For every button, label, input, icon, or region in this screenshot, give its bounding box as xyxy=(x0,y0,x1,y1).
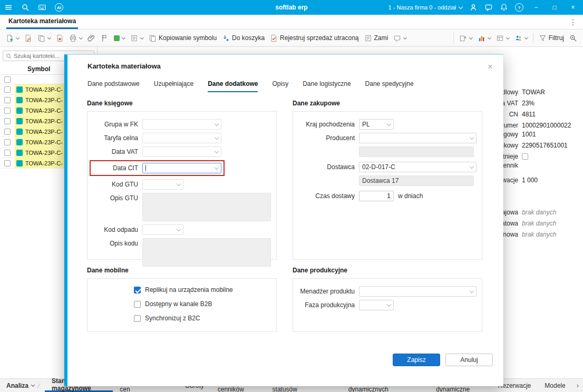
save-button[interactable]: Zapisz xyxy=(393,354,440,366)
close-window-button[interactable]: × xyxy=(567,4,579,11)
producent-dropdown[interactable] xyxy=(359,133,477,143)
chat-icon[interactable] xyxy=(484,3,493,12)
synchronizuj-b2c-checkbox[interactable] xyxy=(134,315,141,322)
hamburger-menu-icon[interactable] xyxy=(4,3,13,12)
faza-produkcyjna-dropdown[interactable] xyxy=(359,300,394,310)
zoom-search-button[interactable] xyxy=(567,32,580,44)
detail-checkbox[interactable] xyxy=(522,153,528,160)
delete-icon xyxy=(56,34,64,42)
color-marker-button[interactable] xyxy=(111,33,128,43)
row-checkbox[interactable] xyxy=(4,107,11,114)
dialog-close-icon[interactable]: × xyxy=(484,62,496,72)
tabbar-menu-dots-icon[interactable]: ⋮ xyxy=(563,18,583,26)
item-type-icon xyxy=(16,139,23,145)
keyboard-icon[interactable] xyxy=(38,3,46,12)
minimize-button[interactable]: − xyxy=(530,4,542,11)
data-cit-highlight-box: Data CIT xyxy=(90,160,225,176)
do-koszyka-button[interactable]: Do koszyka xyxy=(219,32,267,44)
tab-uzupelniajace[interactable]: Uzupełniające xyxy=(154,80,193,92)
row-checkbox[interactable] xyxy=(4,160,11,166)
data-vat-label: Data VAT xyxy=(93,148,138,155)
tab-dane-logistyczne[interactable]: Dane logistyczne xyxy=(303,80,351,92)
row-checkbox[interactable] xyxy=(4,97,11,103)
rejestruj-sprzedaz-button[interactable]: Rejestruj sprzedaż utraconą xyxy=(267,32,361,44)
export-button[interactable] xyxy=(456,32,475,44)
opis-gtu-textarea xyxy=(142,193,271,221)
zamienniki-button[interactable]: Zami xyxy=(362,32,391,44)
layout-view-button[interactable] xyxy=(493,32,512,44)
kod-gtu-dropdown[interactable] xyxy=(142,179,183,190)
tab-dane-podstawowe[interactable]: Dane podstawowe xyxy=(88,80,140,92)
row-checkbox[interactable] xyxy=(4,150,11,156)
opis-kodu-textarea xyxy=(142,238,271,267)
tabs-overflow-chevron-icon[interactable]: › xyxy=(572,381,583,389)
notifications-bell-icon[interactable] xyxy=(500,3,508,12)
printer-icon xyxy=(69,34,77,42)
kod-gtu-label: Kod GTU xyxy=(93,181,138,188)
row-checkbox[interactable] xyxy=(4,118,11,124)
tab-dane-spedycyjne[interactable]: Dane spedycyjne xyxy=(365,80,414,92)
company-selector[interactable]: 1 - Nasza firma 0 - oddział xyxy=(388,4,462,11)
section-dane-mobilne: Dane mobilne Replikuj na urządzenia mobi… xyxy=(87,267,277,332)
edit-record-button[interactable] xyxy=(22,32,35,44)
replikuj-mobilne-checkbox[interactable] xyxy=(134,287,141,293)
kod-odpadu-dropdown[interactable] xyxy=(142,224,183,235)
dostepny-b2b-label: Dostępny w kanale B2B xyxy=(145,300,212,308)
row-checkbox[interactable] xyxy=(4,129,11,135)
analiza-selector[interactable]: Analiza xyxy=(0,382,38,389)
czas-dostawy-input[interactable] xyxy=(359,191,394,201)
replikuj-mobilne-row[interactable]: Replikuj na urządzenia mobilne xyxy=(134,286,271,293)
print-button[interactable] xyxy=(66,32,85,44)
dostepny-b2b-checkbox[interactable] xyxy=(134,301,141,308)
copy-record-button[interactable] xyxy=(35,32,53,44)
chart-button[interactable] xyxy=(475,32,493,44)
chevron-down-icon xyxy=(524,35,528,39)
taryfa-celna-dropdown[interactable] xyxy=(142,133,221,143)
cancel-button[interactable]: Anuluj xyxy=(445,354,493,366)
tab-modele[interactable]: Modele xyxy=(538,379,572,392)
paperclip-icon xyxy=(88,34,95,42)
maximize-button[interactable]: □ xyxy=(549,4,560,11)
section-title: Dane księgowe xyxy=(87,100,277,107)
dostawca-dropdown[interactable]: 02-D-017-C xyxy=(359,162,477,172)
kopiowanie-symbolu-label: Kopiowanie symbolu xyxy=(159,34,217,42)
users-groups-button[interactable] xyxy=(512,32,530,44)
kraj-pochodzenia-dropdown[interactable]: PL xyxy=(359,119,394,130)
delete-record-button[interactable] xyxy=(53,32,66,44)
producent-label: Producent xyxy=(298,134,355,142)
ai-assistant-icon[interactable]: AI xyxy=(55,3,63,12)
dostepny-b2b-row[interactable]: Dostępny w kanale B2B xyxy=(134,300,271,308)
chevron-down-icon xyxy=(470,164,474,168)
kopiowanie-symbolu-button[interactable]: Kopiowanie symbolu xyxy=(146,32,219,44)
czas-dostawy-label: Czas dostawy xyxy=(298,192,355,200)
chevron-down-icon xyxy=(470,288,474,292)
document-options-button[interactable] xyxy=(128,32,146,44)
opis-gtu-label: Opis GTU xyxy=(93,193,138,202)
menadzer-produktu-label: Menadżer produktu xyxy=(298,288,355,295)
item-type-icon xyxy=(16,118,23,124)
flag-button[interactable] xyxy=(98,32,111,44)
chevron-down-icon xyxy=(177,181,181,185)
grupa-fk-dropdown[interactable] xyxy=(142,119,221,130)
data-cit-dropdown[interactable] xyxy=(142,163,221,173)
user-icon[interactable] xyxy=(469,3,478,12)
tab-dane-dodatkowe[interactable]: Dane dodatkowe xyxy=(208,80,258,92)
filtruj-button[interactable]: Filtruj xyxy=(536,32,567,44)
tab-kartoteka-materialowa[interactable]: Kartoteka materiałowa xyxy=(6,15,78,29)
menadzer-produktu-dropdown[interactable] xyxy=(359,286,477,297)
w-dniach-label: w dniach xyxy=(398,192,423,200)
notes-button[interactable] xyxy=(391,32,409,44)
data-vat-dropdown[interactable] xyxy=(142,146,221,157)
select-all-checkbox[interactable] xyxy=(4,76,11,83)
new-record-button[interactable] xyxy=(3,32,22,44)
row-checkbox[interactable] xyxy=(4,139,11,145)
search-icon[interactable] xyxy=(21,3,30,12)
toolbar-divider xyxy=(533,33,533,43)
row-checkbox[interactable] xyxy=(4,86,11,93)
help-icon[interactable]: ? xyxy=(515,3,523,12)
main-toolbar: Kopiowanie symbolu Do koszyka Rejestruj … xyxy=(0,30,583,47)
tab-opisy[interactable]: Opisy xyxy=(272,80,288,92)
section-title: Dane mobilne xyxy=(87,267,277,274)
attachment-button[interactable] xyxy=(85,32,98,44)
synchronizuj-b2c-row[interactable]: Synchronizuj z B2C xyxy=(134,315,271,322)
